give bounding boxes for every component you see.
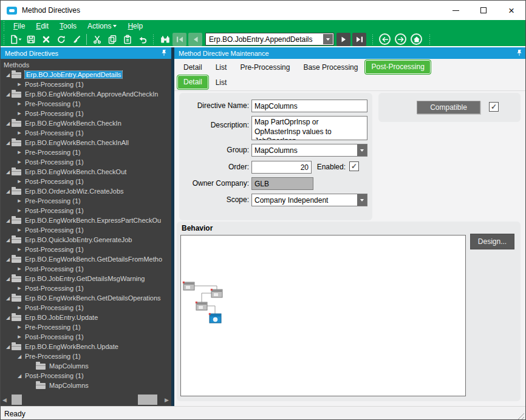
toolbar-grip[interactable] [152,35,155,44]
expand-icon[interactable]: ▶ [16,208,22,213]
nav-next-button[interactable] [336,33,350,46]
collapse-icon[interactable]: ◢ [16,354,22,359]
expand-icon[interactable]: ▶ [16,228,22,232]
directive-name-field[interactable] [251,100,367,112]
tree-item[interactable]: ▶Post-Processing (1) [1,332,171,342]
new-button[interactable] [8,33,23,46]
tree-item[interactable]: ▶Post-Processing (1) [1,128,171,138]
cut-button[interactable] [89,33,104,46]
tree-item[interactable]: Methods [1,60,171,70]
scroll-right-icon[interactable]: ▶ [165,396,169,404]
expand-icon[interactable]: ▶ [16,198,22,203]
copy-button[interactable] [104,33,120,46]
maximize-button[interactable] [470,1,497,20]
search-button[interactable] [157,33,172,46]
tree-item[interactable]: ◢Erp.BO.JobEntry.AppendDetails [1,70,171,80]
scope-combo-input[interactable] [251,194,367,206]
menu-tools[interactable]: Tools [54,21,82,32]
scope-combo-dropdown-button[interactable] [357,194,367,206]
tree-item[interactable]: ▶Pre-Processing (1) [1,322,171,332]
expand-icon[interactable]: ▶ [16,247,22,252]
tab-list[interactable]: List [209,61,234,75]
scroll-left-icon[interactable]: ◀ [2,396,7,404]
tree-item[interactable]: ▶Post-Processing (1) [1,264,171,274]
collapse-icon[interactable]: ◢ [5,276,11,282]
toolbar-grip[interactable] [3,21,5,31]
tree-item[interactable]: ◢Erp.BO.QuickJobEntry.GenerateJob [1,235,171,245]
collapse-icon[interactable]: ◢ [5,218,11,223]
menu-actions[interactable]: Actions [82,21,122,32]
tab-detail[interactable]: Detail [177,61,209,75]
collapse-icon[interactable]: ◢ [5,315,11,320]
compatible-button[interactable]: Compatible [417,101,480,114]
tab-post-processing[interactable]: Post-Processing [364,59,431,75]
scrollbar-thumb[interactable] [12,395,22,405]
record-combo-dropdown-button[interactable] [323,34,333,44]
collapse-icon[interactable]: ◢ [5,169,11,175]
expand-icon[interactable]: ▶ [16,150,22,155]
collapse-icon[interactable]: ◢ [5,344,11,350]
tab-pre-processing[interactable]: Pre-Processing [233,61,296,75]
menu-edit[interactable]: Edit [30,21,54,32]
collapse-icon[interactable]: ◢ [5,92,11,97]
refresh-button[interactable] [53,33,69,46]
expand-icon[interactable]: ▶ [16,325,22,330]
tree-item[interactable]: MapColumns [1,361,171,371]
pin-icon[interactable] [516,49,522,58]
tree-item[interactable]: ◢Erp.BO.EngWorkBench.ApproveAndCheckIn [1,89,171,99]
collapse-icon[interactable]: ◢ [5,257,11,262]
save-button[interactable] [23,33,38,46]
menu-file[interactable]: File [8,21,30,32]
tree-item[interactable]: ▶Pre-Processing (1) [1,147,171,157]
tree-item[interactable]: ▶Post-Processing (1) [1,225,171,235]
collapse-icon[interactable]: ◢ [5,189,11,194]
tree-item[interactable]: ▶Post-Processing (1) [1,80,171,89]
design-button[interactable]: Design... [470,234,514,249]
tree-horizontal-scrollbar[interactable]: ◀ ▶ [1,394,171,406]
tree-item[interactable]: ▶Post-Processing (1) [1,157,171,167]
forward-button[interactable] [395,33,406,45]
tree-item[interactable]: ◢Erp.BO.EngWorkBench.Update [1,342,171,351]
tree-item[interactable]: ▶Post-Processing (1) [1,177,171,186]
expand-icon[interactable]: ▶ [16,286,22,291]
undo-button[interactable] [135,33,150,46]
tab-base-processing[interactable]: Base Processing [296,61,364,75]
behavior-workflow-canvas[interactable] [180,235,466,396]
delete-button[interactable] [38,33,53,46]
toolbar-grip[interactable] [429,35,431,44]
group-combo-input[interactable] [251,144,367,157]
description-field[interactable]: Map PartOprInsp or OpMasterInsp values t… [251,116,367,140]
close-button[interactable]: × [497,1,525,20]
enabled-checkbox[interactable] [349,161,359,171]
tree-item[interactable]: ▶Post-Processing (1) [1,303,171,313]
clear-button[interactable] [69,33,84,46]
subtab-detail[interactable]: Detail [177,75,209,90]
tree-item[interactable]: ◢Pre-Processing (1) [1,351,171,361]
tree-item[interactable]: ◢Erp.BO.JobEntry.GetDetailsMsgWarning [1,274,171,283]
tree-item[interactable]: ◢Erp.BO.EngWorkBench.GetDetailsOperation… [1,293,171,303]
nav-first-button[interactable] [172,33,186,46]
subtab-list[interactable]: List [209,76,234,90]
tree-item[interactable]: MapColumns [1,381,171,390]
record-combo-input[interactable] [206,34,333,46]
home-button[interactable] [411,33,422,45]
group-combo-dropdown-button[interactable] [357,144,367,156]
tree-item[interactable]: ◢Erp.BO.EngWorkBench.CheckOut [1,167,171,177]
tree-item[interactable]: ◢Erp.BO.EngWorkBench.GetDetailsFromMetho [1,254,171,264]
expand-icon[interactable]: ▶ [16,111,22,116]
expand-icon[interactable]: ▶ [16,160,22,164]
tree-item[interactable]: ▶Post-Processing (1) [1,245,171,254]
collapse-icon[interactable]: ◢ [5,237,11,243]
expand-icon[interactable]: ▶ [16,82,22,87]
tree-item[interactable]: ▶Pre-Processing (1) [1,196,171,206]
collapse-icon[interactable]: ◢ [5,296,11,301]
toolbar-grip[interactable] [3,35,5,44]
back-button[interactable] [379,33,391,45]
collapse-icon[interactable]: ◢ [5,72,11,78]
tree-item[interactable]: ◢Erp.BO.EngWorkBench.CheckIn [1,118,171,128]
tree-item[interactable]: ◢Erp.BO.OrderJobWiz.CreateJobs [1,186,171,196]
scrollbar-thumb[interactable] [138,395,157,405]
compatible-checkbox[interactable] [489,102,499,112]
nav-prev-button[interactable] [188,33,202,46]
resize-grip[interactable] [516,412,524,419]
